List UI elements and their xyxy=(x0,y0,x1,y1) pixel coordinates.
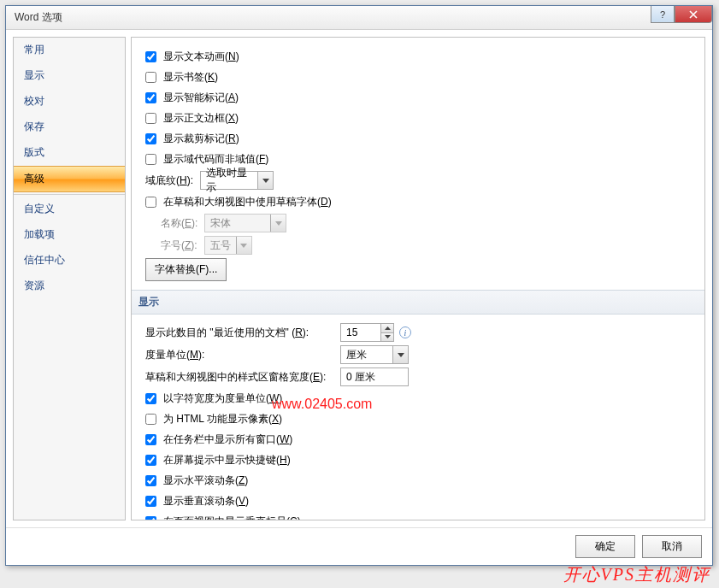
label-char-width: 以字符宽度为度量单位(W) xyxy=(163,391,282,406)
option-taskbar-windows: 在任务栏中显示所有窗口(W) xyxy=(145,431,696,448)
option-v-scroll: 显示垂直滚动条(V) xyxy=(145,492,696,509)
option-field-shading: 域底纹(H): 选取时显示 xyxy=(145,171,696,190)
info-icon[interactable]: i xyxy=(399,326,411,338)
input-recent-docs[interactable] xyxy=(341,324,380,341)
checkbox-text-animation[interactable] xyxy=(145,51,156,62)
sidebar: 常用 显示 校对 保存 版式 高级 自定义 加载项 信任中心 资源 xyxy=(13,37,126,520)
sidebar-item-save[interactable]: 保存 xyxy=(14,115,125,140)
option-html-pixels: 为 HTML 功能显示像素(X) xyxy=(145,410,696,427)
sidebar-divider xyxy=(14,194,125,195)
label-recent-docs: 显示此数目的 "最近使用的文档" (R): xyxy=(145,326,333,340)
label-v-ruler: 在页面视图中显示垂直标尺(C) xyxy=(163,514,301,521)
dropdown-font-name: 宋体 xyxy=(204,214,286,232)
option-text-boundaries: 显示正文边框(X) xyxy=(145,109,696,126)
sidebar-item-trust[interactable]: 信任中心 xyxy=(14,248,125,273)
watermark-brand: 开心VPS主机测评 xyxy=(563,563,710,586)
close-button[interactable] xyxy=(675,6,712,23)
label-screentips: 在屏幕提示中显示快捷键(H) xyxy=(163,453,291,467)
dropdown-measure-unit-value: 厘米 xyxy=(346,348,367,362)
chevron-down-icon xyxy=(270,215,286,232)
checkbox-draft-font[interactable] xyxy=(145,197,156,208)
window-title: Word 选项 xyxy=(15,10,62,25)
option-font-size: 字号(Z): 五号 xyxy=(161,236,696,255)
checkbox-field-codes[interactable] xyxy=(145,154,156,165)
checkbox-text-boundaries[interactable] xyxy=(145,113,156,124)
chevron-down-icon xyxy=(392,346,408,363)
option-recent-docs: 显示此数目的 "最近使用的文档" (R): i xyxy=(145,323,696,342)
label-v-scroll: 显示垂直滚动条(V) xyxy=(163,494,249,509)
spinner-down-button[interactable] xyxy=(381,333,393,342)
help-button[interactable]: ? xyxy=(651,6,675,23)
checkbox-screentips[interactable] xyxy=(145,455,156,466)
label-text-boundaries: 显示正文边框(X) xyxy=(163,111,239,126)
option-h-scroll: 显示水平滚动条(Z) xyxy=(145,472,696,489)
sidebar-item-customize[interactable]: 自定义 xyxy=(14,197,125,222)
option-smart-tags: 显示智能标记(A) xyxy=(145,89,696,106)
content-panel: 显示文本动画(N) 显示书签(K) 显示智能标记(A) 显示正文边框(X) 显示… xyxy=(131,37,705,520)
checkbox-bookmarks[interactable] xyxy=(145,72,156,83)
word-options-dialog: Word 选项 ? 常用 显示 校对 保存 版式 高级 自定义 加载项 信任中心… xyxy=(5,5,713,566)
cancel-button[interactable]: 取消 xyxy=(642,535,702,558)
dialog-body: 常用 显示 校对 保存 版式 高级 自定义 加载项 信任中心 资源 显示文本动画… xyxy=(6,30,712,527)
chevron-down-icon xyxy=(236,237,251,254)
checkbox-h-scroll[interactable] xyxy=(145,475,156,486)
chevron-down-icon xyxy=(257,172,273,189)
option-char-width: 以字符宽度为度量单位(W) xyxy=(145,390,696,407)
label-measure-unit: 度量单位(M): xyxy=(145,348,333,362)
label-field-shading: 域底纹(H): xyxy=(145,173,193,188)
dropdown-measure-unit[interactable]: 厘米 xyxy=(340,345,409,364)
sidebar-item-layout[interactable]: 版式 xyxy=(14,140,125,166)
checkbox-html-pixels[interactable] xyxy=(145,414,156,425)
section-display: 显示 xyxy=(132,290,705,315)
checkbox-char-width[interactable] xyxy=(145,393,156,404)
label-text-animation: 显示文本动画(N) xyxy=(163,50,239,64)
dropdown-field-shading[interactable]: 选取时显示 xyxy=(200,171,274,190)
label-font-size: 字号(Z): xyxy=(161,238,197,253)
label-draft-font: 在草稿和大纲视图中使用草稿字体(D) xyxy=(163,195,332,209)
dialog-footer: 确定 取消 xyxy=(6,527,712,565)
sidebar-item-advanced[interactable]: 高级 xyxy=(14,166,125,192)
label-bookmarks: 显示书签(K) xyxy=(163,70,218,85)
label-style-area: 草稿和大纲视图中的样式区窗格宽度(E): xyxy=(145,370,333,385)
spinner-recent-docs xyxy=(340,323,394,342)
option-v-ruler: 在页面视图中显示垂直标尺(C) xyxy=(145,513,696,520)
label-field-codes: 显示域代码而非域值(F) xyxy=(163,152,268,167)
sidebar-item-display[interactable]: 显示 xyxy=(14,63,125,89)
option-crop-marks: 显示裁剪标记(R) xyxy=(145,130,696,147)
checkbox-crop-marks[interactable] xyxy=(145,133,156,144)
checkbox-v-scroll[interactable] xyxy=(145,496,156,507)
checkbox-taskbar-windows[interactable] xyxy=(145,434,156,445)
label-taskbar-windows: 在任务栏中显示所有窗口(W) xyxy=(163,432,292,447)
option-measure-unit: 度量单位(M): 厘米 xyxy=(145,345,696,364)
dropdown-field-shading-value: 选取时显示 xyxy=(206,166,256,195)
option-bookmarks: 显示书签(K) xyxy=(145,68,696,85)
row-font-substitution: 字体替换(F)... xyxy=(145,258,696,281)
close-icon xyxy=(689,10,698,19)
option-text-animation: 显示文本动画(N) xyxy=(145,48,696,65)
dropdown-font-name-value: 宋体 xyxy=(210,216,231,231)
option-field-codes: 显示域代码而非域值(F) xyxy=(145,150,696,168)
input-style-area[interactable] xyxy=(340,368,409,386)
spinner-buttons xyxy=(380,324,393,341)
option-draft-font: 在草稿和大纲视图中使用草稿字体(D) xyxy=(145,193,696,210)
label-crop-marks: 显示裁剪标记(R) xyxy=(163,132,239,146)
label-font-name: 名称(E): xyxy=(161,216,197,231)
sidebar-item-resources[interactable]: 资源 xyxy=(14,273,125,299)
option-font-name: 名称(E): 宋体 xyxy=(161,214,696,232)
checkbox-v-ruler[interactable] xyxy=(145,516,156,521)
dropdown-font-size: 五号 xyxy=(204,236,252,255)
sidebar-item-addins[interactable]: 加载项 xyxy=(14,222,125,248)
ok-button[interactable]: 确定 xyxy=(575,535,635,558)
sidebar-item-general[interactable]: 常用 xyxy=(14,38,125,63)
label-html-pixels: 为 HTML 功能显示像素(X) xyxy=(163,412,282,426)
dropdown-font-size-value: 五号 xyxy=(210,238,231,253)
window-controls: ? xyxy=(651,6,712,23)
sidebar-item-proofing[interactable]: 校对 xyxy=(14,89,125,115)
checkbox-smart-tags[interactable] xyxy=(145,92,156,103)
font-substitution-button[interactable]: 字体替换(F)... xyxy=(145,258,227,281)
label-smart-tags: 显示智能标记(A) xyxy=(163,91,239,105)
option-style-area: 草稿和大纲视图中的样式区窗格宽度(E): xyxy=(145,368,696,386)
spinner-up-button[interactable] xyxy=(381,324,393,333)
option-screentips: 在屏幕提示中显示快捷键(H) xyxy=(145,451,696,468)
titlebar: Word 选项 ? xyxy=(6,6,712,30)
